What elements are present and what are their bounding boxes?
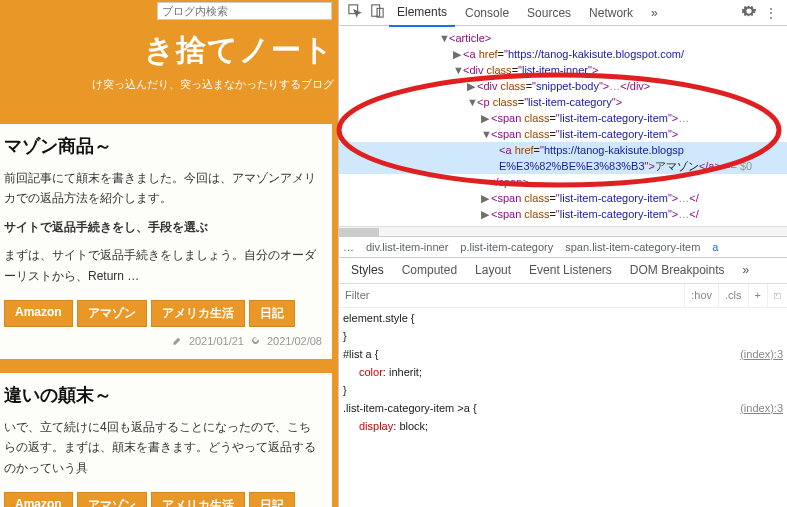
- tag-link[interactable]: アメリカ生活: [151, 492, 245, 507]
- search-input[interactable]: [157, 2, 332, 20]
- dom-tree[interactable]: ▼<article> ▶<a href="https://tanog-kakis…: [339, 26, 787, 226]
- article-card: マゾン商品～ 前回記事にて顛末を書きました。今回は、アマゾンアメリカでの返品方法…: [0, 124, 332, 359]
- cls-toggle[interactable]: .cls: [718, 284, 748, 307]
- article-title[interactable]: マゾン商品～: [4, 134, 322, 158]
- crumb-item[interactable]: p.list-item-category: [460, 241, 553, 253]
- tab-sources[interactable]: Sources: [519, 0, 579, 26]
- tab-styles[interactable]: Styles: [343, 258, 392, 282]
- css-prop[interactable]: display: [359, 420, 393, 432]
- styles-filter-input[interactable]: [339, 289, 684, 301]
- devtools-panel: Elements Console Sources Network » ⋮ ▼<a…: [338, 0, 787, 507]
- tag-link[interactable]: アメリカ生活: [151, 300, 245, 327]
- crumb-item[interactable]: span.list-item-category-item: [565, 241, 700, 253]
- search-bar: [0, 0, 338, 20]
- tag-list: Amazon アマゾン アメリカ生活 日記: [4, 300, 322, 327]
- crumb-item[interactable]: div.list-item-inner: [366, 241, 448, 253]
- date-updated: 2021/02/08: [267, 335, 322, 347]
- hov-toggle[interactable]: :hov: [684, 284, 718, 307]
- more-icon[interactable]: ⏍: [767, 284, 787, 307]
- crumb-item[interactable]: a: [712, 241, 718, 253]
- devtools-tabs: Elements Console Sources Network » ⋮: [339, 0, 787, 26]
- refresh-icon: [250, 335, 261, 346]
- rule-selector[interactable]: element.style {: [343, 312, 415, 324]
- dom-href: https://tanog-kakisute.blogspot.com/: [508, 48, 684, 60]
- horizontal-scrollbar[interactable]: [339, 226, 787, 236]
- tag-list: Amazon アマゾン アメリカ生活 日記: [4, 492, 322, 507]
- rule-selector[interactable]: #list a {: [343, 348, 378, 360]
- tab-breakpoints[interactable]: DOM Breakpoints: [622, 258, 733, 282]
- date-posted: 2021/01/21: [189, 335, 244, 347]
- tag-link[interactable]: 日記: [249, 492, 295, 507]
- tab-listeners[interactable]: Event Listeners: [521, 258, 620, 282]
- css-prop[interactable]: color: [359, 366, 383, 378]
- article-card: 違いの顛末～ いで、立て続けに4回も返品することになったので、こちらの返す。まず…: [0, 373, 332, 507]
- article-body: まずは、サイトで返品手続きをしましょう。自分のオーダーリストから、Return …: [4, 245, 322, 286]
- gear-icon[interactable]: [739, 4, 759, 21]
- tab-more[interactable]: »: [735, 258, 758, 282]
- article-body: いで、立て続けに4回も返品することになったので、こちらの返す。まずは、顛末を書き…: [4, 417, 322, 478]
- blog-panel: き捨てノート け突っ込んだり、突っ込まなかったりするブログ マゾン商品～ 前回記…: [0, 0, 338, 507]
- styles-filter-row: :hov .cls + ⏍: [339, 284, 787, 308]
- blog-header: き捨てノート け突っ込んだり、突っ込まなかったりするブログ: [0, 20, 338, 100]
- styles-panel[interactable]: element.style { } (index):3#list a { col…: [339, 308, 787, 508]
- tab-more[interactable]: »: [643, 0, 666, 26]
- source-link[interactable]: (index):3: [740, 346, 783, 362]
- tab-computed[interactable]: Computed: [394, 258, 465, 282]
- tag-link[interactable]: アマゾン: [77, 300, 147, 327]
- source-link[interactable]: (index):3: [740, 400, 783, 416]
- blog-subtitle: け突っ込んだり、突っ込まなかったりするブログ: [0, 77, 334, 92]
- article-dates: 2021/01/21 2021/02/08: [4, 335, 322, 347]
- svg-rect-1: [372, 5, 380, 16]
- article-body: 前回記事にて顛末を書きました。今回は、アマゾンアメリカでの返品方法を紹介します。: [4, 168, 322, 209]
- styles-tabs: Styles Computed Layout Event Listeners D…: [339, 258, 787, 284]
- blog-title: き捨てノート: [0, 30, 334, 71]
- tag-link[interactable]: Amazon: [4, 300, 73, 327]
- device-icon[interactable]: [367, 4, 387, 21]
- tab-layout[interactable]: Layout: [467, 258, 519, 282]
- tag-link[interactable]: 日記: [249, 300, 295, 327]
- kebab-icon[interactable]: ⋮: [761, 6, 781, 20]
- tab-network[interactable]: Network: [581, 0, 641, 26]
- crumb-item[interactable]: …: [343, 241, 354, 253]
- add-rule-icon[interactable]: +: [748, 284, 767, 307]
- breadcrumb[interactable]: … div.list-item-inner p.list-item-catego…: [339, 236, 787, 258]
- tab-elements[interactable]: Elements: [389, 0, 455, 27]
- inspect-icon[interactable]: [345, 4, 365, 21]
- tag-link[interactable]: アマゾン: [77, 492, 147, 507]
- pencil-icon: [172, 335, 183, 346]
- article-subhead: サイトで返品手続きをし、手段を選ぶ: [4, 217, 322, 237]
- rule-selector[interactable]: .list-item-category-item >a {: [343, 402, 477, 414]
- article-title[interactable]: 違いの顛末～: [4, 383, 322, 407]
- tab-console[interactable]: Console: [457, 0, 517, 26]
- tag-link[interactable]: Amazon: [4, 492, 73, 507]
